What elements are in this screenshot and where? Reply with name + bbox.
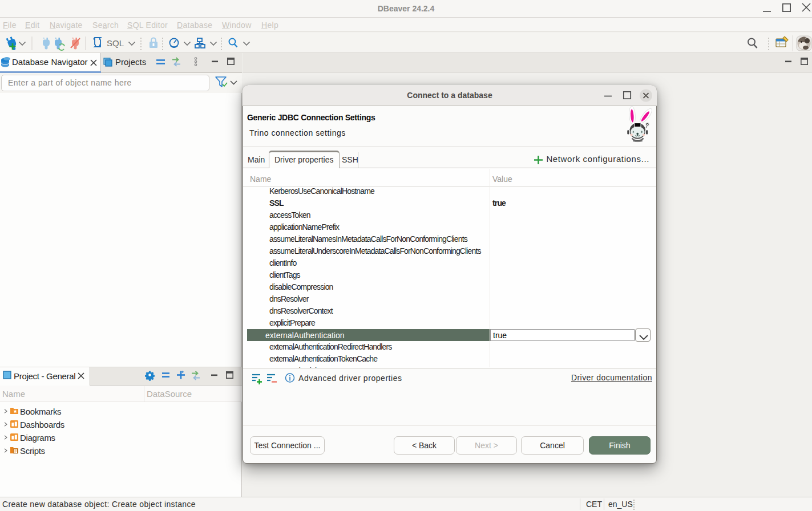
svg-text:SQL: SQL [107, 38, 124, 48]
